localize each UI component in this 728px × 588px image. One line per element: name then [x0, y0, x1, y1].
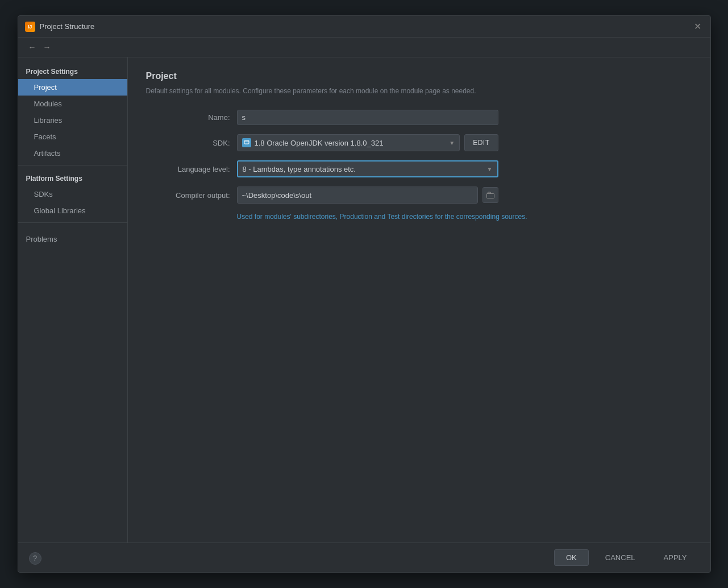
- dialog-title: Project Structure: [40, 22, 95, 31]
- sidebar-item-modules[interactable]: Modules: [18, 96, 127, 112]
- content-area: Project Settings Project Modules Librari…: [18, 57, 710, 543]
- language-level-chevron-icon: ▼: [487, 166, 493, 172]
- forward-button[interactable]: →: [41, 41, 53, 53]
- sidebar-item-libraries[interactable]: Libraries: [18, 112, 127, 129]
- sdk-control: 1.8 Oracle OpenJDK version 1.8.0_321 ▼ E…: [237, 134, 498, 151]
- sdk-value: 1.8 Oracle OpenJDK version 1.8.0_321: [255, 139, 384, 147]
- title-bar: IJ Project Structure ✕: [18, 16, 710, 38]
- language-level-row: Language level: 8 - Lambdas, type annota…: [146, 160, 692, 177]
- compiler-output-control: [237, 187, 498, 204]
- name-label: Name:: [146, 113, 237, 122]
- sidebar-item-problems[interactable]: Problems: [18, 231, 127, 247]
- navigation-toolbar: ← →: [18, 38, 710, 57]
- back-button[interactable]: ←: [26, 41, 39, 53]
- main-panel: Project Default settings for all modules…: [128, 57, 710, 543]
- language-level-label: Language level:: [146, 165, 237, 173]
- sidebar: Project Settings Project Modules Librari…: [18, 57, 128, 543]
- sidebar-item-global-libraries[interactable]: Global Libraries: [18, 202, 127, 219]
- compiler-output-label: Compiler output:: [146, 191, 237, 200]
- project-settings-header: Project Settings: [18, 62, 127, 79]
- sdk-icon: [242, 138, 251, 147]
- compiler-hint: Used for modules' subdirectories, Produc…: [237, 213, 692, 221]
- name-row: Name:: [146, 110, 692, 125]
- sidebar-item-artifacts[interactable]: Artifacts: [18, 145, 127, 162]
- sidebar-item-sdks[interactable]: SDKs: [18, 186, 127, 202]
- help-button[interactable]: ?: [29, 552, 41, 565]
- cancel-button[interactable]: CANCEL: [593, 549, 647, 566]
- sidebar-separator-2: [18, 222, 127, 223]
- apply-button[interactable]: APPLY: [652, 549, 699, 566]
- language-level-control: 8 - Lambdas, type annotations etc. ▼: [237, 160, 498, 177]
- sdk-label: SDK:: [146, 139, 237, 147]
- svg-rect-0: [244, 140, 249, 144]
- sidebar-item-project[interactable]: Project: [18, 79, 127, 96]
- section-title: Project: [146, 71, 692, 81]
- name-control: [237, 110, 498, 125]
- sidebar-item-facets[interactable]: Facets: [18, 129, 127, 145]
- platform-settings-header: Platform Settings: [18, 169, 127, 186]
- name-input[interactable]: [237, 110, 498, 125]
- section-description: Default settings for all modules. Config…: [146, 86, 692, 96]
- footer: OK CANCEL APPLY: [18, 543, 710, 572]
- compiler-output-row: Compiler output:: [146, 187, 692, 204]
- compiler-output-input[interactable]: [237, 187, 478, 204]
- language-level-dropdown[interactable]: 8 - Lambdas, type annotations etc. ▼: [237, 160, 498, 177]
- browse-button[interactable]: [482, 187, 498, 203]
- sdk-row: SDK: 1.8 Oracle OpenJDK version 1.8.0_32…: [146, 134, 692, 151]
- svg-rect-1: [486, 194, 494, 198]
- ok-button[interactable]: OK: [554, 549, 589, 566]
- language-level-value: 8 - Lambdas, type annotations etc.: [243, 165, 356, 173]
- sidebar-separator: [18, 165, 127, 165]
- edit-sdk-button[interactable]: EDIT: [464, 134, 498, 151]
- app-icon: IJ: [25, 22, 35, 32]
- sdk-dropdown[interactable]: 1.8 Oracle OpenJDK version 1.8.0_321 ▼: [237, 134, 460, 151]
- sdk-chevron-icon: ▼: [449, 140, 455, 146]
- close-button[interactable]: ✕: [692, 21, 704, 32]
